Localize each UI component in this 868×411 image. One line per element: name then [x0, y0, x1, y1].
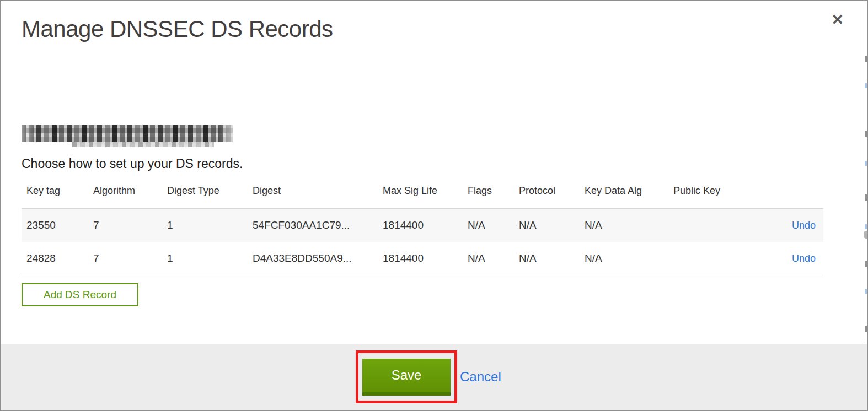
- cancel-link[interactable]: Cancel: [460, 369, 501, 385]
- add-ds-record-button[interactable]: Add DS Record: [22, 283, 138, 306]
- edge-content-fragment: [865, 161, 867, 166]
- column-header-max-sig-life: Max Sig Life: [383, 185, 468, 197]
- table-header-row: Key tag Algorithm Digest Type Digest Max…: [22, 182, 823, 208]
- manage-dnssec-modal: ✕ Manage DNSSEC DS Records Choose how to…: [0, 0, 868, 411]
- cell-flags: N/A: [468, 219, 519, 231]
- modal-footer: Save Cancel: [1, 344, 867, 410]
- cell-key-tag: 23550: [26, 219, 93, 231]
- cell-actions: Undo: [771, 219, 816, 231]
- column-header-flags: Flags: [468, 185, 519, 197]
- undo-link[interactable]: Undo: [792, 220, 816, 231]
- cell-digest: 54FCF030AA1C79...: [253, 219, 383, 231]
- table-row: 24828 7 1 D4A33E8DD550A9... 1814400 N/A …: [22, 242, 823, 275]
- redacted-domain-name: [22, 125, 233, 142]
- background-page-edge: [864, 1, 867, 343]
- column-header-key-data-alg: Key Data Alg: [585, 185, 673, 197]
- edge-content-fragment: [865, 83, 867, 88]
- edge-content-fragment: [865, 224, 867, 229]
- column-header-public-key: Public Key: [673, 185, 771, 197]
- cell-flags: N/A: [468, 252, 519, 264]
- redacted-domain-name-fragment: [72, 142, 214, 147]
- cell-protocol: N/A: [519, 219, 585, 231]
- cell-key-data-alg: N/A: [585, 219, 673, 231]
- cell-key-tag: 24828: [26, 252, 93, 264]
- edge-content-fragment: [865, 261, 867, 267]
- save-button[interactable]: Save: [362, 359, 451, 396]
- edge-content-fragment: [865, 56, 867, 62]
- annotation-highlight-box: Save: [356, 350, 457, 403]
- page-title: Manage DNSSEC DS Records: [22, 16, 333, 42]
- ds-records-table: Key tag Algorithm Digest Type Digest Max…: [22, 182, 823, 275]
- scrollbar-thumb[interactable]: [864, 231, 867, 239]
- edge-content-fragment: [865, 289, 867, 294]
- edge-content-fragment: [865, 326, 867, 332]
- edge-content-fragment: [865, 194, 867, 201]
- cell-protocol: N/A: [519, 252, 585, 264]
- cell-algorithm: 7: [93, 219, 167, 231]
- cell-key-data-alg: N/A: [585, 252, 673, 264]
- cell-max-sig-life: 1814400: [383, 252, 468, 264]
- column-header-algorithm: Algorithm: [93, 185, 167, 197]
- column-header-digest-type: Digest Type: [167, 185, 253, 197]
- close-icon[interactable]: ✕: [831, 13, 844, 28]
- cell-digest: D4A33E8DD550A9...: [253, 252, 383, 264]
- cell-max-sig-life: 1814400: [383, 219, 468, 231]
- column-header-digest: Digest: [253, 185, 383, 197]
- instruction-text: Choose how to set up your DS records.: [22, 156, 243, 171]
- column-header-protocol: Protocol: [519, 185, 585, 197]
- cell-algorithm: 7: [93, 252, 167, 264]
- table-row: 23550 7 1 54FCF030AA1C79... 1814400 N/A …: [22, 208, 823, 242]
- cell-digest-type: 1: [167, 219, 253, 231]
- undo-link[interactable]: Undo: [792, 253, 816, 264]
- column-header-key-tag: Key tag: [26, 185, 93, 197]
- cell-digest-type: 1: [167, 252, 253, 264]
- edge-content-fragment: [865, 131, 867, 137]
- cell-actions: Undo: [771, 252, 816, 264]
